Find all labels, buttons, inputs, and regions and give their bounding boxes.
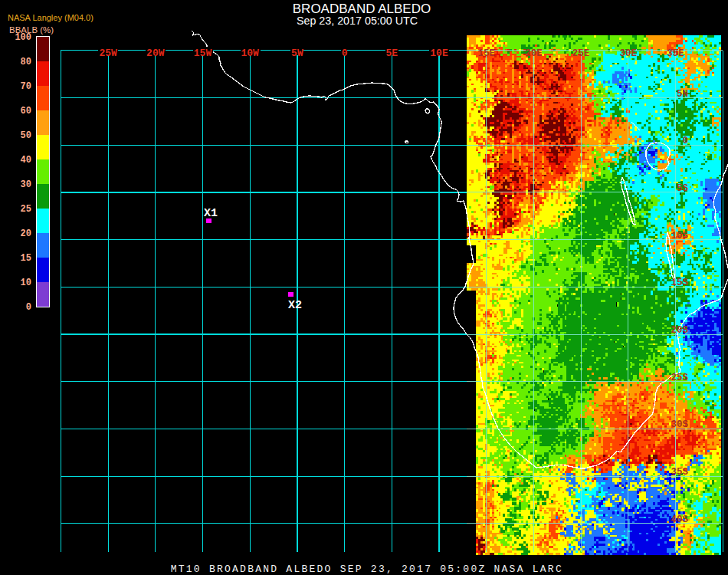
svg-text:X2: X2	[288, 299, 302, 312]
svg-text:25S: 25S	[671, 373, 688, 383]
svg-text:5W: 5W	[291, 48, 303, 59]
svg-text:35S: 35S	[671, 467, 688, 478]
svg-text:20: 20	[21, 228, 31, 239]
svg-text:X1: X1	[204, 207, 218, 220]
svg-text:15W: 15W	[194, 48, 212, 59]
svg-text:0: 0	[342, 48, 348, 59]
svg-text:100: 100	[15, 32, 31, 43]
svg-text:15: 15	[21, 253, 31, 264]
svg-text:5N: 5N	[677, 89, 688, 100]
svg-text:Sep 23, 2017 05:00 UTC: Sep 23, 2017 05:00 UTC	[297, 15, 418, 27]
svg-text:20W: 20W	[146, 48, 165, 59]
svg-text:10S: 10S	[671, 231, 688, 242]
svg-text:35E: 35E	[667, 48, 684, 59]
svg-text:0: 0	[26, 302, 31, 313]
svg-text:50: 50	[21, 130, 31, 141]
svg-text:0: 0	[682, 136, 688, 146]
svg-text:10W: 10W	[241, 48, 259, 59]
svg-text:20E: 20E	[525, 48, 543, 59]
svg-text:MT10 BROADBAND ALBEDO SEP 2: MT10 BROADBAND ALBEDO SEP 23, 2017 05:00…	[171, 564, 562, 575]
svg-text:15E: 15E	[477, 48, 495, 59]
svg-text:70: 70	[21, 81, 31, 92]
svg-text:30E: 30E	[620, 48, 638, 59]
svg-text:40: 40	[21, 155, 31, 166]
svg-text:30: 30	[21, 179, 31, 190]
svg-text:15S: 15S	[671, 278, 688, 288]
svg-text:80: 80	[21, 57, 31, 67]
svg-text:25W: 25W	[99, 48, 117, 59]
svg-text:60: 60	[21, 106, 31, 117]
svg-text:10E: 10E	[430, 48, 448, 59]
svg-text:5E: 5E	[385, 48, 398, 59]
svg-text:5S: 5S	[677, 183, 689, 194]
svg-text:25E: 25E	[572, 48, 590, 59]
svg-text:30S: 30S	[671, 419, 688, 430]
svg-text:10: 10	[21, 278, 31, 288]
svg-text:NASA Langley (M04.0): NASA Langley (M04.0)	[8, 13, 93, 22]
svg-text:40S: 40S	[671, 514, 688, 525]
svg-text:25: 25	[21, 204, 31, 215]
svg-text:20S: 20S	[671, 325, 688, 336]
